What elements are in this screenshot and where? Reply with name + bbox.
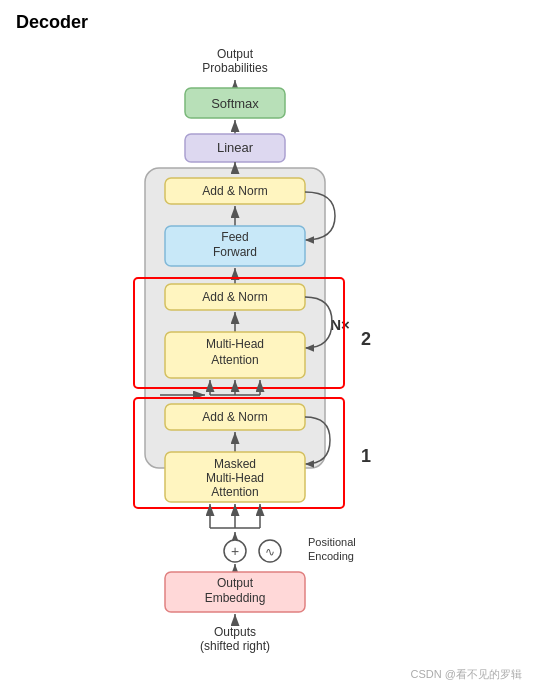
- multi-head-label1: Multi-Head: [206, 337, 264, 351]
- embed-label1: Output: [217, 576, 254, 590]
- outputs-label1: Outputs: [214, 625, 256, 639]
- wave-symbol: ∿: [265, 545, 275, 559]
- output-prob-label: Output: [217, 47, 254, 61]
- add-norm-bot-label: Add & Norm: [202, 410, 267, 424]
- outputs-label2: (shifted right): [200, 639, 270, 653]
- number-1-label: 1: [361, 446, 371, 466]
- pos-enc-label2: Encoding: [308, 550, 354, 562]
- number-2-label: 2: [361, 329, 371, 349]
- add-norm-top-label: Add & Norm: [202, 184, 267, 198]
- masked-label1: Masked: [214, 457, 256, 471]
- embed-label2: Embedding: [205, 591, 266, 605]
- pos-enc-label1: Positional: [308, 536, 356, 548]
- softmax-label: Softmax: [211, 96, 259, 111]
- decoder-diagram: Output Probabilities Softmax Linear N× A…: [50, 30, 490, 680]
- watermark: CSDN @看不见的罗辑: [411, 667, 522, 682]
- multi-head-label2: Attention: [211, 353, 258, 367]
- masked-label2: Multi-Head: [206, 471, 264, 485]
- add-norm-mid-label: Add & Norm: [202, 290, 267, 304]
- plus-symbol: +: [231, 543, 239, 559]
- feed-forward-label1: Feed: [221, 230, 248, 244]
- linear-label: Linear: [217, 140, 254, 155]
- nx-label: N×: [330, 316, 350, 333]
- masked-label3: Attention: [211, 485, 258, 499]
- output-prob-label2: Probabilities: [202, 61, 267, 75]
- feed-forward-label2: Forward: [213, 245, 257, 259]
